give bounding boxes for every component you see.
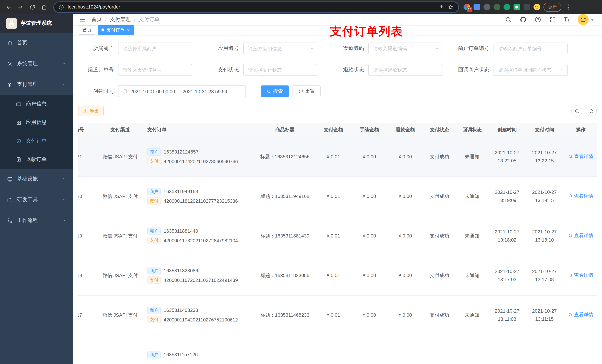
table-row: 17 微信 JSAPI 支付 商户1635311468233 支付4200001… [78, 295, 597, 335]
share-icon[interactable] [439, 4, 445, 10]
view-detail-link[interactable]: 查看详情 [568, 311, 593, 319]
sidebar-item-label: 退款订单 [26, 156, 47, 163]
extension-check-icon[interactable] [504, 4, 510, 10]
merchant-order-no-input[interactable] [494, 42, 568, 54]
sidebar-item-label: 基础设施 [17, 176, 38, 182]
toggle-search-button[interactable] [571, 105, 582, 116]
bookmark-star-icon[interactable] [448, 4, 454, 10]
merchant-select-input[interactable] [118, 42, 192, 54]
url-text[interactable]: localhost:1024/pay/order [68, 4, 435, 10]
filter-refund-status: 退款状态 [328, 64, 442, 76]
sidebar-item-merchant-info[interactable]: 商户信息 [0, 95, 73, 113]
column-header: 支付订单 [143, 123, 254, 137]
filter-pay-status: 支付状态 [203, 64, 317, 76]
pay-tag: 支付 [147, 237, 161, 244]
pay-tag: 支付 [147, 316, 161, 323]
notify-status-select[interactable] [494, 64, 568, 76]
sidebar-item-pay-order[interactable]: 支付订单 [0, 132, 73, 150]
browser-home-icon[interactable] [39, 2, 49, 12]
column-header: 创建时间 [488, 123, 526, 137]
page: localhost:1024/pay/order 10 更新 [0, 0, 602, 364]
tab-pay-order[interactable]: 支付订单 × [98, 25, 133, 35]
clock-icon [122, 89, 127, 94]
browser-menu-icon[interactable] [565, 4, 570, 10]
filter-channel-order-no: 渠道订单号 [78, 64, 192, 76]
address-bar[interactable]: localhost:1024/pay/order [54, 2, 458, 12]
app-logo[interactable]: 芋道管理系统 [0, 14, 73, 32]
target-icon [16, 138, 22, 144]
pay-status-select[interactable] [243, 64, 317, 76]
filter-merchant-order-no: 商户订单编号 [453, 42, 568, 54]
chevron-down-icon [560, 68, 564, 72]
table-row: 商户1635311157126 [78, 335, 597, 364]
sidebar-item-app-info[interactable]: 应用信息 [0, 113, 73, 132]
table-header-row: 编号 支付渠道 支付订单 商品标题 支付金额 手续金额 退款金额 支付状态 回调… [78, 123, 597, 137]
flow-icon [7, 218, 13, 223]
merchant-tag: 商户 [147, 267, 161, 274]
page-content: 所属商户 应用编号 渠道编码 [73, 35, 602, 364]
search-icon[interactable] [505, 16, 512, 23]
extension-dark-icon[interactable] [484, 4, 490, 10]
logo-rabbit-icon [6, 18, 17, 29]
sidebar-item-home[interactable]: 首页 [0, 32, 73, 53]
tab-home[interactable]: 首页 [79, 25, 95, 35]
extension-blue-icon[interactable] [473, 4, 480, 10]
browser-forward-icon[interactable] [16, 2, 25, 12]
view-detail-link[interactable]: 查看详情 [568, 271, 593, 279]
collapse-sidebar-icon[interactable] [73, 16, 89, 23]
merchant-tag: 商户 [147, 228, 161, 235]
breadcrumb-home[interactable]: 首页 [91, 16, 102, 23]
view-detail-link[interactable]: 查看详情 [568, 232, 593, 239]
filter-create-time: 创建时间 2021-10-01 00:00:00 - 2021-10-31 23… [78, 85, 246, 97]
refund-status-select[interactable] [368, 64, 442, 76]
filter-row-3: 创建时间 2021-10-01 00:00:00 - 2021-10-31 23… [78, 85, 597, 97]
sidebar-item-label: 应用信息 [26, 119, 47, 126]
browser-back-icon[interactable] [4, 2, 13, 12]
channel-order-no-input[interactable] [118, 64, 192, 76]
filter-app-id: 应用编号 [203, 42, 317, 54]
app-title: 芋道管理系统 [21, 20, 52, 27]
column-header: 支付金额 [315, 123, 351, 137]
extension-pin-icon[interactable] [524, 4, 530, 10]
sidebar-item-label: 支付订单 [26, 138, 47, 144]
fullscreen-icon[interactable] [549, 16, 556, 23]
close-icon[interactable]: × [127, 28, 130, 32]
export-button[interactable]: 导出 [78, 106, 104, 116]
extension-badge: 10 [467, 7, 473, 12]
view-detail-link[interactable]: 查看详情 [568, 192, 593, 200]
chevron-down-icon [310, 68, 314, 72]
channel-code-select[interactable] [368, 42, 442, 54]
chevron-down-icon [591, 19, 594, 21]
merchant-tag: 商户 [147, 188, 161, 195]
extension-colorful-icon[interactable]: 10 [463, 4, 470, 10]
column-header: 回调状态 [456, 123, 488, 137]
browser-reload-icon[interactable] [27, 2, 37, 12]
app-id-select[interactable] [243, 42, 317, 54]
reset-button[interactable]: 重置 [292, 85, 321, 97]
github-icon[interactable] [519, 16, 527, 23]
sidebar-item-workflow[interactable]: 工作流程 [0, 210, 73, 231]
column-header: 支付状态 [423, 123, 456, 137]
chevron-down-icon [62, 176, 66, 182]
sidebar-item-system[interactable]: 系统管理 [0, 53, 73, 74]
view-detail-link[interactable]: 查看详情 [568, 152, 593, 160]
gear-icon [7, 61, 13, 67]
breadcrumb-pay-manage[interactable]: 支付管理 [110, 16, 131, 23]
refresh-table-button[interactable] [586, 105, 597, 116]
date-range-picker[interactable]: 2021-10-01 00:00:00 - 2021-10-31 23:59:5… [118, 85, 246, 97]
browser-update-button[interactable]: 更新 [544, 2, 561, 12]
sidebar-item-payment[interactable]: ¥ 支付管理 [0, 74, 73, 95]
extension-chat-icon[interactable] [514, 4, 520, 10]
user-avatar-menu[interactable] [578, 14, 594, 25]
font-size-icon[interactable]: TT [564, 17, 570, 22]
help-icon[interactable] [534, 16, 541, 23]
table-row: 19 微信 JSAPI 支付 商户1635311881440 支付4200001… [78, 216, 597, 256]
sidebar-item-refund-order[interactable]: 退款订单 [0, 150, 73, 169]
search-button[interactable]: 搜索 [261, 85, 289, 97]
extension-green-icon[interactable] [494, 4, 500, 10]
sidebar-item-infrastructure[interactable]: 基础设施 [0, 169, 73, 189]
sidebar-item-dev-tools[interactable]: 研发工具 [0, 189, 73, 210]
site-info-icon[interactable] [58, 4, 64, 10]
extension-face-icon[interactable] [534, 4, 540, 10]
avatar [578, 14, 589, 25]
